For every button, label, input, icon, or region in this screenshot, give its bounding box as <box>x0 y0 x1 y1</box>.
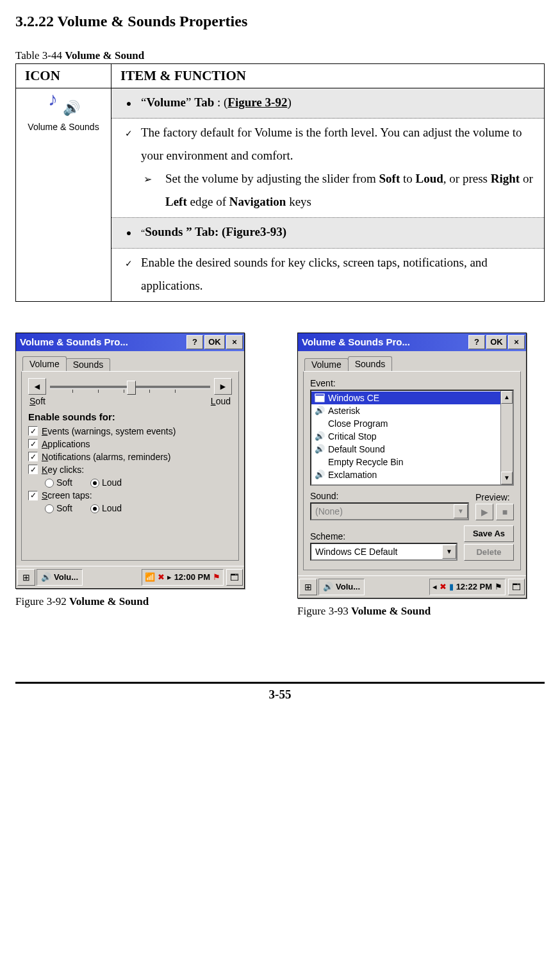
no-sound-event-icon <box>314 418 325 429</box>
volume-up-button[interactable]: ► <box>214 378 232 395</box>
desktop-icon: 🗔 <box>512 582 521 592</box>
show-desktop-button[interactable]: 🗔 <box>508 579 525 595</box>
svg-rect-1 <box>315 394 324 396</box>
titlebar[interactable]: Volume & Sounds Pro... ? OK × <box>298 333 526 351</box>
dropdown-icon[interactable]: ▼ <box>442 545 456 559</box>
checkbox-notifications[interactable]: ✓ <box>28 452 38 461</box>
list-item[interactable]: 🔊Critical Stop <box>311 430 513 443</box>
clock: 12:00 PM <box>174 572 210 582</box>
tab-sounds[interactable]: Sounds <box>348 356 392 371</box>
no-sound-event-icon <box>314 457 325 467</box>
help-button[interactable]: ? <box>468 335 485 349</box>
radio-key-soft[interactable]: Soft <box>45 477 72 488</box>
checkbox-notifications-label: Notifications (alarms, reminders) <box>42 452 171 462</box>
tab-volume[interactable]: Volume <box>22 356 67 371</box>
scheme-combo[interactable]: Windows CE Default ▼ <box>310 543 457 561</box>
start-button[interactable]: ⊞ <box>17 569 35 586</box>
speaker-icon: 🔊 <box>323 582 333 591</box>
icon-cell: ♪ 🔊 Volume & Sounds <box>16 88 111 302</box>
windows-flag-icon: ⊞ <box>304 582 312 592</box>
preview-stop-button[interactable]: ■ <box>496 504 514 520</box>
close-button[interactable]: × <box>508 335 525 349</box>
checkbox-screentaps[interactable]: ✓ <box>28 491 38 500</box>
system-tray[interactable]: 📶 ✖ ▸ 12:00 PM ⚑ <box>142 569 224 586</box>
sound-combo[interactable]: (None) ▼ <box>310 502 469 520</box>
tray-arrow-icon: ◂ <box>432 582 437 591</box>
list-item[interactable]: Empty Recycle Bin <box>311 456 513 468</box>
table-caption-prefix: Table 3-44 <box>15 49 65 62</box>
slider-loud-label: Loud <box>211 396 231 406</box>
row-sounds-tab-text: “Sounds ” Tab: (Figure3-93) <box>141 220 539 244</box>
sound-label: Sound: <box>310 491 469 501</box>
list-item[interactable]: 🔊Exclamation <box>311 468 513 481</box>
checkbox-keyclicks[interactable]: ✓ <box>28 465 38 474</box>
th-item: ITEM & FUNCTION <box>111 64 545 88</box>
taskbar-task[interactable]: 🔊 Volu... <box>37 569 83 586</box>
volume-down-button[interactable]: ◄ <box>28 378 46 395</box>
list-item-label: Close Program <box>328 418 388 429</box>
tab-sounds[interactable]: Sounds <box>66 358 110 371</box>
page-number: 3-55 <box>15 688 545 702</box>
list-item[interactable]: Close Program <box>311 417 513 430</box>
clock: 12:22 PM <box>456 582 492 591</box>
task-label: Volu... <box>336 582 360 591</box>
scroll-down-button[interactable]: ▼ <box>501 472 513 484</box>
event-label: Event: <box>310 378 514 388</box>
list-item-label: Exclamation <box>328 470 377 480</box>
status-icon: ✖ <box>158 572 165 582</box>
ok-button[interactable]: OK <box>486 335 507 349</box>
scrollbar[interactable]: ▲ ▼ <box>500 391 513 484</box>
scheme-value: Windows CE Default <box>311 547 442 557</box>
bullet-icon: ● <box>117 225 141 242</box>
checkbox-events-label: Events (warnings, system events) <box>42 426 176 436</box>
battery-icon: ▮ <box>449 582 454 591</box>
volume-sounds-icon: ♪ 🔊 <box>45 88 81 118</box>
sound-event-icon: 🔊 <box>314 431 325 442</box>
taskbar: ⊞ 🔊 Volu... 📶 ✖ ▸ 12:00 PM ⚑ 🗔 <box>16 566 244 588</box>
properties-table: ICON ITEM & FUNCTION ♪ 🔊 Volume & Sounds… <box>15 63 545 302</box>
windows-ce-icon <box>314 393 325 403</box>
volume-slider[interactable] <box>50 378 210 395</box>
list-item[interactable]: 🔊Asterisk <box>311 404 513 417</box>
scroll-up-button[interactable]: ▲ <box>501 391 513 404</box>
speaker-icon: 🔊 <box>63 100 80 117</box>
list-item-label: Critical Stop <box>328 431 376 442</box>
tray-status-icon: ⚑ <box>495 582 502 591</box>
preview-label: Preview: <box>475 492 514 502</box>
footer-rule <box>15 682 545 684</box>
help-button[interactable]: ? <box>186 335 203 349</box>
list-item[interactable]: Windows CE <box>311 392 513 404</box>
dropdown-icon[interactable]: ▼ <box>454 504 468 518</box>
system-tray[interactable]: ◂ ✖ ▮ 12:22 PM ⚑ <box>429 579 506 595</box>
preview-play-button[interactable]: ▶ <box>475 504 493 520</box>
radio-tap-loud[interactable]: Loud <box>90 503 122 513</box>
checkbox-applications[interactable]: ✓ <box>28 439 38 449</box>
start-button[interactable]: ⊞ <box>299 579 317 595</box>
delete-button[interactable]: Delete <box>464 544 514 561</box>
tray-arrow-icon: ▸ <box>167 572 172 582</box>
save-as-button[interactable]: Save As <box>464 525 514 542</box>
slider-soft-label: Soft <box>29 396 45 406</box>
radio-key-loud[interactable]: Loud <box>90 477 122 488</box>
close-button[interactable]: × <box>226 335 243 349</box>
show-desktop-button[interactable]: 🗔 <box>226 569 243 586</box>
row-volume-sub-text: Set the volume by adjusting the slider f… <box>165 167 539 213</box>
taskbar-task[interactable]: 🔊 Volu... <box>318 579 365 595</box>
radio-tap-soft[interactable]: Soft <box>45 503 72 513</box>
bullet-icon: ● <box>117 95 141 113</box>
tab-volume[interactable]: Volume <box>304 358 349 371</box>
ok-button[interactable]: OK <box>204 335 225 349</box>
list-item-label: Default Sound <box>328 444 385 454</box>
dialog-volume: Volume & Sounds Pro... ? OK × Volume Sou… <box>15 333 245 589</box>
sound-value: (None) <box>311 506 454 516</box>
checkbox-events[interactable]: ✓ <box>28 426 38 436</box>
figure-link: Figure 3-92 <box>227 95 287 109</box>
row-sounds-desc-text: Enable the desired sounds for key clicks… <box>141 251 539 297</box>
list-item[interactable]: 🔊Default Sound <box>311 443 513 456</box>
task-label: Volu... <box>54 572 78 582</box>
windows-flag-icon: ⊞ <box>22 572 30 582</box>
icon-label: Volume & Sounds <box>16 122 111 132</box>
event-listbox[interactable]: Windows CE🔊AsteriskClose Program🔊Critica… <box>310 390 514 486</box>
titlebar[interactable]: Volume & Sounds Pro... ? OK × <box>16 333 244 351</box>
figure-caption-1: Figure 3-92 Volume & Sound <box>15 595 246 608</box>
